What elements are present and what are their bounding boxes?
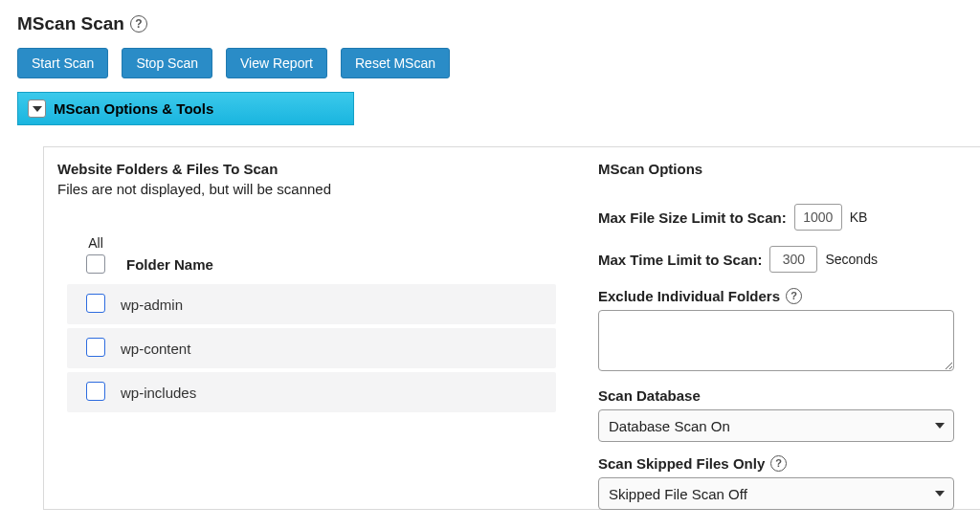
scan-database-label: Scan Database — [598, 387, 701, 404]
max-file-size-input[interactable] — [794, 204, 842, 231]
options-tools-toggle[interactable]: MScan Options & Tools — [17, 92, 354, 125]
scan-skipped-label: Scan Skipped Files Only — [598, 455, 765, 472]
max-file-unit: KB — [850, 209, 868, 225]
select-all-checkbox[interactable] — [86, 254, 105, 274]
help-icon[interactable]: ? — [770, 455, 787, 472]
folder-checkbox[interactable] — [86, 382, 105, 401]
max-time-label: Max Time Limit to Scan: — [598, 252, 762, 268]
help-icon[interactable]: ? — [786, 288, 802, 304]
exclude-folders-textarea[interactable] — [598, 310, 954, 371]
action-button-row: Start Scan Stop Scan View Report Reset M… — [17, 48, 980, 78]
view-report-button[interactable]: View Report — [226, 48, 327, 78]
max-time-unit: Seconds — [825, 252, 877, 267]
scan-skipped-select[interactable]: Skipped File Scan Off — [598, 477, 954, 510]
table-row: wp-includes — [67, 372, 556, 412]
reset-mscan-button[interactable]: Reset MScan — [341, 48, 450, 78]
help-icon[interactable]: ? — [130, 15, 147, 33]
folder-name: wp-includes — [121, 385, 196, 401]
folder-checkbox[interactable] — [86, 294, 105, 313]
stop-scan-button[interactable]: Stop Scan — [122, 48, 212, 78]
start-scan-button[interactable]: Start Scan — [17, 48, 108, 78]
folder-name: wp-admin — [121, 297, 183, 313]
folder-table-header: All Folder Name — [57, 197, 571, 284]
all-label: All — [71, 235, 121, 251]
folder-name: wp-content — [121, 341, 190, 357]
page-title: MScan Scan — [17, 13, 124, 34]
folders-heading: Website Folders & Files To Scan — [57, 161, 571, 177]
mscan-options-heading: MScan Options — [598, 161, 975, 177]
scan-database-select[interactable]: Database Scan On — [598, 409, 954, 442]
exclude-folders-label: Exclude Individual Folders — [598, 288, 780, 304]
folder-name-header: Folder Name — [121, 256, 213, 276]
table-row: wp-content — [67, 328, 556, 368]
options-panel: Website Folders & Files To Scan Files ar… — [43, 146, 980, 510]
chevron-down-icon — [28, 99, 46, 118]
folder-checkbox[interactable] — [86, 338, 105, 357]
folders-subheading: Files are not displayed, but will be sca… — [57, 181, 571, 197]
max-time-input[interactable] — [769, 246, 817, 273]
section-bar-label: MScan Options & Tools — [54, 100, 213, 117]
table-row: wp-admin — [67, 284, 556, 324]
max-file-label: Max File Size Limit to Scan: — [598, 209, 787, 226]
